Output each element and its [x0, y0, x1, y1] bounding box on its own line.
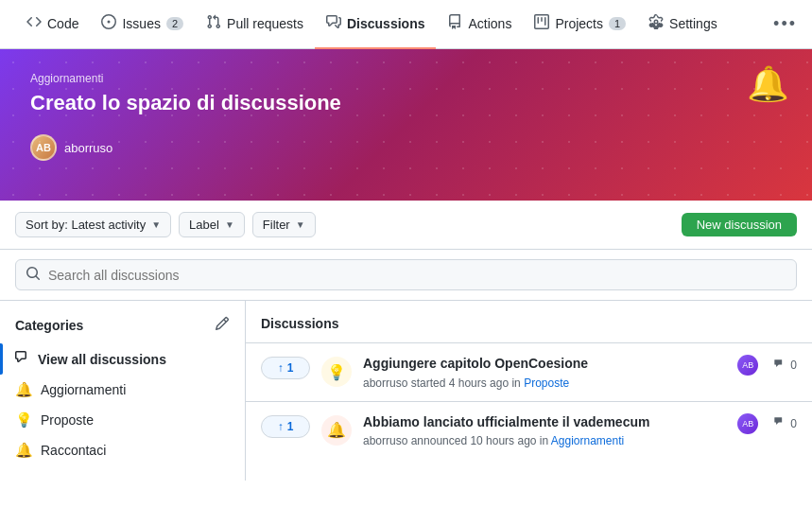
discussion-meta-tag-d2[interactable]: Aggiornamenti: [551, 434, 624, 447]
nav-settings-label: Settings: [669, 16, 717, 31]
label-caret-icon: ▼: [225, 219, 234, 230]
sidebar-view-all-label: View all discussions: [38, 352, 166, 367]
sidebar-proposte-label: Proposte: [41, 412, 94, 428]
discussion-content-d1: Aggiungere capitolo OpenCoesione aborrus…: [363, 355, 726, 390]
projects-badge: 1: [609, 17, 626, 30]
issues-badge: 2: [166, 17, 183, 30]
discussions-icon: [326, 14, 341, 32]
sidebar-item-view-all[interactable]: View all discussions: [0, 343, 245, 375]
sidebar-item-proposte[interactable]: 💡 Proposte: [0, 405, 245, 435]
nav-pr-label: Pull requests: [227, 16, 303, 31]
sidebar: Categories View all discussions 🔔 Aggior…: [0, 301, 246, 481]
vote-count-d1: 1: [287, 361, 294, 375]
projects-icon: [534, 14, 549, 32]
nav-item-discussions[interactable]: Discussions: [315, 0, 436, 49]
nav-item-actions[interactable]: Actions: [436, 0, 523, 49]
filter-label: Filter: [263, 218, 290, 232]
search-input[interactable]: [48, 268, 786, 283]
hero-username: aborruso: [64, 141, 112, 155]
discussion-meta-text-d2: aborruso announced 10 hours ago in: [363, 434, 548, 447]
raccontaci-icon: 🔔: [15, 442, 33, 459]
label-button[interactable]: Label ▼: [179, 212, 245, 237]
nav-item-pullrequests[interactable]: Pull requests: [195, 0, 315, 49]
discussion-title-d2[interactable]: Abbiamo lanciato ufficialmente il vademe…: [363, 413, 726, 432]
nav-issues-label: Issues: [122, 16, 160, 31]
vote-button-d2[interactable]: ↑ 1: [261, 415, 310, 438]
pullrequests-icon: [206, 14, 221, 32]
sort-button[interactable]: Sort by: Latest activity ▼: [15, 212, 171, 237]
nav-discussions-label: Discussions: [347, 16, 424, 31]
discussion-title-d1[interactable]: Aggiungere capitolo OpenCoesione: [363, 355, 726, 374]
sidebar-raccontaci-label: Raccontaci: [41, 443, 106, 458]
nav-code-label: Code: [47, 16, 78, 31]
vote-button-d1[interactable]: ↑ 1: [261, 357, 310, 379]
search-input-wrap: [15, 259, 797, 290]
category-icon-d2: 🔔: [321, 415, 352, 446]
discussion-content-d2: Abbiamo lanciato ufficialmente il vademe…: [363, 413, 726, 448]
discussion-item: ↑ 1 🔔 Abbiamo lanciato ufficialmente il …: [246, 401, 812, 460]
discussion-item: ↑ 1 💡 Aggiungere capitolo OpenCoesione a…: [246, 342, 812, 401]
discussions-header: Discussions: [246, 316, 812, 342]
comment-icon-d1: [773, 358, 786, 374]
sidebar-edit-icon[interactable]: [215, 316, 230, 334]
issues-icon: [101, 14, 116, 32]
filter-button[interactable]: Filter ▼: [252, 212, 316, 237]
filter-caret-icon: ▼: [296, 219, 305, 230]
sidebar-aggiornamenti-label: Aggiornamenti: [41, 382, 126, 397]
proposte-icon: 💡: [15, 411, 33, 429]
actions-icon: [447, 14, 462, 32]
nav-item-code[interactable]: Code: [15, 0, 90, 49]
sidebar-item-aggiornamenti[interactable]: 🔔 Aggiornamenti: [0, 375, 245, 405]
nav-item-issues[interactable]: Issues 2: [90, 0, 195, 49]
top-nav: Code Issues 2 Pull requests Discussions …: [0, 0, 812, 49]
hero-avatar: AB: [30, 134, 57, 161]
discussion-avatar-d2: AB: [737, 413, 758, 434]
discussion-meta-tag-d1[interactable]: Proposte: [524, 376, 569, 390]
hero-title: Creato lo spazio di discussione: [30, 91, 782, 115]
discussion-right-d1: AB 0: [737, 355, 797, 376]
hero-banner: 🔔 Aggiornamenti Creato lo spazio di disc…: [0, 49, 812, 201]
nav-more-button[interactable]: •••: [773, 14, 797, 34]
nav-projects-label: Projects: [555, 16, 603, 31]
vote-count-d2: 1: [287, 420, 294, 433]
view-all-icon: [15, 350, 30, 368]
discussion-right-d2: AB 0: [737, 413, 797, 434]
category-icon-d1: 💡: [321, 357, 352, 387]
comment-count-d2: 0: [773, 415, 797, 431]
new-discussion-button[interactable]: New discussion: [682, 213, 797, 236]
main-content: Categories View all discussions 🔔 Aggior…: [0, 301, 812, 481]
vote-arrow-icon: ↑: [278, 361, 284, 375]
nav-item-projects[interactable]: Projects 1: [523, 0, 637, 49]
sort-caret-icon: ▼: [151, 219, 161, 230]
hero-avatar-row: AB aborruso: [30, 134, 782, 161]
search-icon: [26, 266, 41, 284]
comment-count-value-d2: 0: [790, 417, 797, 430]
discussion-meta-d2: aborruso announced 10 hours ago in Aggio…: [363, 434, 726, 447]
hero-category: Aggiornamenti: [30, 72, 782, 85]
nav-actions-label: Actions: [468, 16, 511, 31]
search-bar: [0, 250, 812, 301]
nav-item-settings[interactable]: Settings: [637, 0, 729, 49]
vote-arrow-icon: ↑: [278, 420, 284, 433]
discussion-avatar-d1: AB: [737, 355, 758, 376]
sort-label: Sort by: Latest activity: [26, 218, 146, 232]
hero-bell-icon: 🔔: [747, 64, 789, 104]
comment-icon-d2: [773, 415, 786, 431]
sidebar-item-raccontaci[interactable]: 🔔 Raccontaci: [0, 435, 245, 465]
discussion-meta-d1: aborruso started 4 hours ago in Proposte: [363, 376, 726, 390]
comment-count-d1: 0: [773, 358, 797, 374]
settings-icon: [648, 14, 664, 32]
sidebar-title: Categories: [15, 318, 83, 333]
discussions-panel: Discussions ↑ 1 💡 Aggiungere capitolo Op…: [246, 301, 812, 481]
aggiornamenti-icon: 🔔: [15, 381, 33, 398]
code-icon: [26, 14, 42, 32]
label-label: Label: [189, 218, 219, 232]
sidebar-header: Categories: [0, 316, 245, 343]
discussion-meta-text-d1: aborruso started 4 hours ago in: [363, 376, 521, 390]
toolbar: Sort by: Latest activity ▼ Label ▼ Filte…: [0, 201, 812, 250]
comment-count-value-d1: 0: [790, 359, 797, 372]
